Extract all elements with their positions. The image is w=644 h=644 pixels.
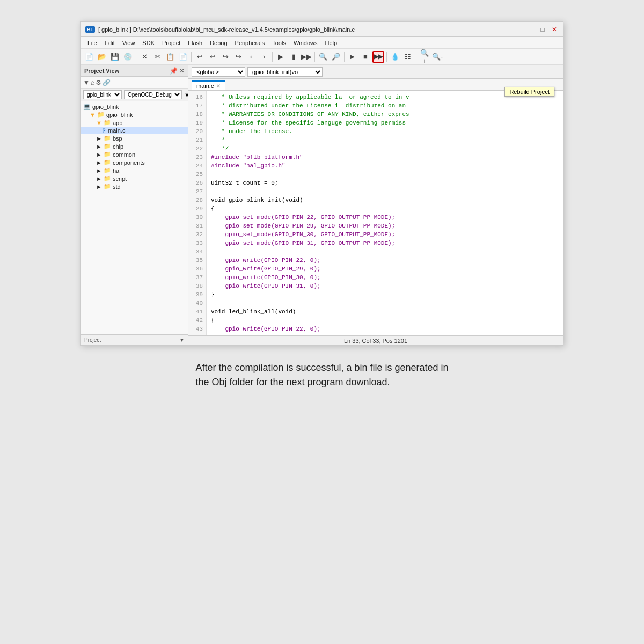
scope-select[interactable]: <global> <box>192 67 245 77</box>
minimize-button[interactable]: — <box>526 25 535 34</box>
editor-header: <global> gpio_blink_init(vo Rebuild Proj… <box>188 65 563 79</box>
menu-debug[interactable]: Debug <box>207 39 230 47</box>
chevron-right-icon7: ► <box>96 184 102 190</box>
panel-link-icon[interactable]: 🔗 <box>103 79 111 86</box>
forward-button[interactable]: › <box>258 51 270 63</box>
folder-common-icon: 📁 <box>104 151 111 158</box>
file-tree: 💻 gpio_blink ▼ 📁 gpio_blink ▼ 📁 app <box>81 101 188 334</box>
line-number: 38 <box>192 282 203 290</box>
debug-start-button[interactable]: ► <box>347 51 358 63</box>
redo-button[interactable]: ↪ <box>219 51 231 63</box>
build-button[interactable]: ▶ <box>275 51 287 63</box>
zoom-out-button[interactable]: 🔍- <box>431 51 443 63</box>
panel-title: Project View <box>84 68 119 74</box>
code-line: void gpio_blink_init(void) <box>211 196 559 204</box>
code-area: 1617181920212223242526272829303132333435… <box>188 91 563 335</box>
menu-peripherals[interactable]: Peripherals <box>232 39 268 47</box>
code-line: * License for the specific languge gover… <box>211 119 559 127</box>
toolbar-separator-5 <box>344 52 345 62</box>
panel-close-icon[interactable]: ✕ <box>179 67 185 75</box>
line-number: 29 <box>192 204 203 213</box>
search2-button[interactable]: 🔎 <box>330 51 342 63</box>
close-button[interactable]: ✕ <box>550 25 559 34</box>
tree-item-components[interactable]: ► 📁 components <box>81 158 188 166</box>
open-button[interactable]: 📂 <box>96 51 108 63</box>
line-number: 27 <box>192 187 203 196</box>
zoom-in-button[interactable]: 🔍+ <box>419 51 430 63</box>
chevron-right-icon5: ► <box>96 167 102 174</box>
copy-button[interactable]: 📋 <box>164 51 176 63</box>
search-button[interactable]: 🔍 <box>317 51 329 63</box>
grid-button[interactable]: ☷ <box>402 51 414 63</box>
chevron-right-icon6: ► <box>96 175 102 182</box>
tree-label: bsp <box>113 135 122 142</box>
tree-label: gpio_blink <box>92 104 119 110</box>
code-line: void led_blink_all(void) <box>211 308 559 316</box>
code-line: * WARRANTIES OR CONDITIONS OF ANY KIND, … <box>211 110 559 119</box>
line-numbers: 1617181920212223242526272829303132333435… <box>188 91 207 335</box>
back-button[interactable]: ‹ <box>245 51 257 63</box>
tree-item-app[interactable]: ▼ 📁 app <box>81 119 188 127</box>
menu-sdk[interactable]: SDK <box>139 39 158 47</box>
save-button[interactable]: 💾 <box>109 51 121 63</box>
func-select[interactable]: gpio_blink_init(vo <box>247 67 323 77</box>
panel-home-icon[interactable]: ⌂ <box>91 79 94 86</box>
tab-close-icon[interactable]: ✕ <box>216 83 221 89</box>
project-selector: gpio_blink OpenOCD_Debug ▼ <box>81 89 188 101</box>
config-select[interactable]: OpenOCD_Debug <box>124 90 182 99</box>
tree-item-mainc[interactable]: ⎘ main.c <box>81 127 188 134</box>
tree-item-gpio-blink-root[interactable]: 💻 gpio_blink <box>81 103 188 111</box>
tree-label: std <box>113 184 121 190</box>
line-number: 17 <box>192 101 203 110</box>
redo2-button[interactable]: ↪ <box>232 51 244 63</box>
menu-tools[interactable]: Tools <box>269 39 289 47</box>
tree-item-gpio-blink-folder[interactable]: ▼ 📁 gpio_blink <box>81 111 188 119</box>
cut-button[interactable]: ✄ <box>151 51 163 63</box>
tree-item-common[interactable]: ► 📁 common <box>81 150 188 158</box>
tree-item-hal[interactable]: ► 📁 hal <box>81 166 188 174</box>
menu-project[interactable]: Project <box>159 39 184 47</box>
maximize-button[interactable]: □ <box>538 25 547 34</box>
code-content[interactable]: * Unless required by applicable la or ag… <box>207 91 563 335</box>
stop-button[interactable]: ▮ <box>288 51 299 63</box>
line-number: 25 <box>192 170 203 179</box>
tab-mainc[interactable]: main.c ✕ <box>192 80 225 90</box>
panel-footer-label: Project <box>84 337 101 343</box>
title-bar-left: BL [ gpio_blink ] D:\xcc\tools\bouffalol… <box>85 26 355 33</box>
menu-edit[interactable]: Edit <box>101 39 118 47</box>
rebuild-button[interactable]: ▶▶ <box>372 51 384 63</box>
debug-stop-button[interactable]: ■ <box>360 51 371 63</box>
panel-footer-chevron-icon: ▼ <box>179 337 185 343</box>
menu-flash[interactable]: Flash <box>185 39 206 47</box>
menu-view[interactable]: View <box>119 39 138 47</box>
panel-settings-icon[interactable]: ⚙ <box>96 79 101 86</box>
tree-item-bsp[interactable]: ► 📁 bsp <box>81 134 188 142</box>
chevron-right-icon4: ► <box>96 159 102 166</box>
tree-item-chip[interactable]: ► 📁 chip <box>81 142 188 150</box>
menu-file[interactable]: File <box>84 39 100 47</box>
resume-button[interactable]: ▶▶ <box>301 51 312 63</box>
code-line <box>211 247 559 256</box>
caption: After the compilation is successful, a b… <box>195 361 448 390</box>
tree-item-std[interactable]: ► 📁 std <box>81 182 188 191</box>
paste-button[interactable]: 📄 <box>177 51 189 63</box>
save-all-button[interactable]: 💿 <box>122 51 134 63</box>
undo2-button[interactable]: ↩ <box>207 51 218 63</box>
tree-item-script[interactable]: ► 📁 script <box>81 174 188 182</box>
menu-help[interactable]: Help <box>322 39 341 47</box>
project-select[interactable]: gpio_blink <box>83 90 122 99</box>
menu-windows[interactable]: Windows <box>290 39 321 47</box>
panel-header-icons: 📌 ✕ <box>170 67 185 75</box>
breadcrumb-area: <global> gpio_blink_init(vo <box>188 67 559 77</box>
code-line: gpio_write(GPIO_PIN_31, 0); <box>211 282 559 290</box>
caption-line2: the Obj folder for the next program down… <box>195 377 390 387</box>
new-button[interactable]: 📄 <box>83 51 95 63</box>
panel-header: Project View 📌 ✕ <box>81 65 188 77</box>
panel-pin-icon[interactable]: 📌 <box>170 67 178 75</box>
flash-button[interactable]: 💧 <box>389 51 401 63</box>
panel-filter-icon[interactable]: ▼ <box>83 79 90 86</box>
toolbar-separator-6 <box>386 52 387 62</box>
undo-button[interactable]: ↩ <box>194 51 206 63</box>
close-file-button[interactable]: ✕ <box>138 51 150 63</box>
chevron-down-icon: ▼ <box>90 112 96 118</box>
